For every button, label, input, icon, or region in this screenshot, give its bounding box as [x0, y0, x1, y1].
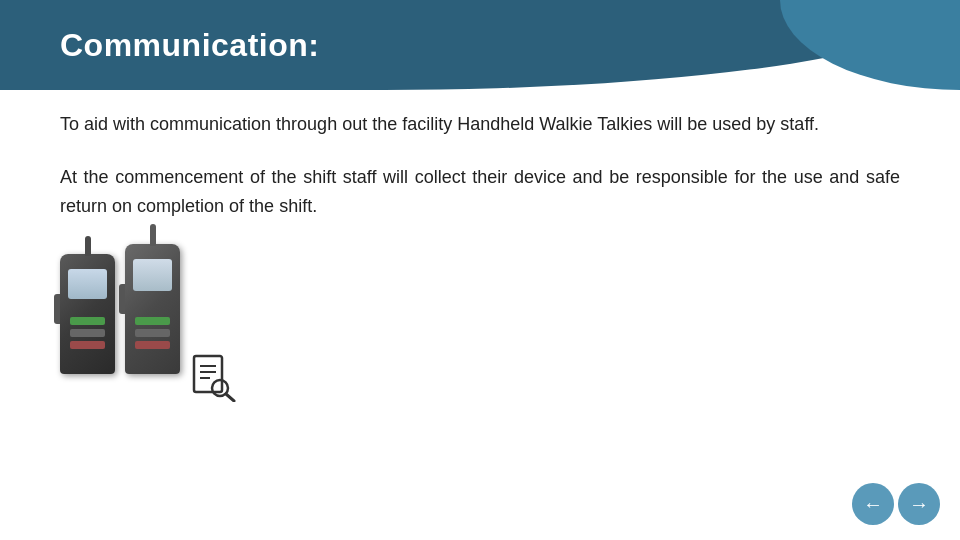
red-button [70, 341, 105, 349]
walkie-talkie-buttons [70, 317, 105, 349]
header-banner: Communication: [0, 0, 960, 90]
walkie-talkie-image [60, 244, 260, 394]
walkie-talkie-1 [60, 254, 115, 374]
green-button [70, 317, 105, 325]
back-button[interactable]: ← [852, 483, 894, 525]
side-button [54, 294, 60, 324]
paragraph-2: At the commencement of the shift staff w… [60, 163, 900, 221]
green-button-2 [135, 317, 170, 325]
paragraph-1: To aid with communication through out th… [60, 110, 900, 139]
forward-button[interactable]: → [898, 483, 940, 525]
red-button-2 [135, 341, 170, 349]
document-search-icon [190, 354, 238, 402]
document-search-icon-container [190, 354, 240, 404]
page-title: Communication: [60, 27, 319, 64]
gray-button [70, 329, 105, 337]
walkie-talkie-2 [125, 244, 180, 374]
side-button-2 [119, 284, 125, 314]
navigation-buttons: ← → [852, 483, 940, 525]
content-area: To aid with communication through out th… [60, 110, 900, 480]
gray-button-2 [135, 329, 170, 337]
walkie-talkie-2-buttons [135, 317, 170, 349]
svg-rect-0 [194, 356, 222, 392]
svg-line-5 [226, 394, 234, 401]
